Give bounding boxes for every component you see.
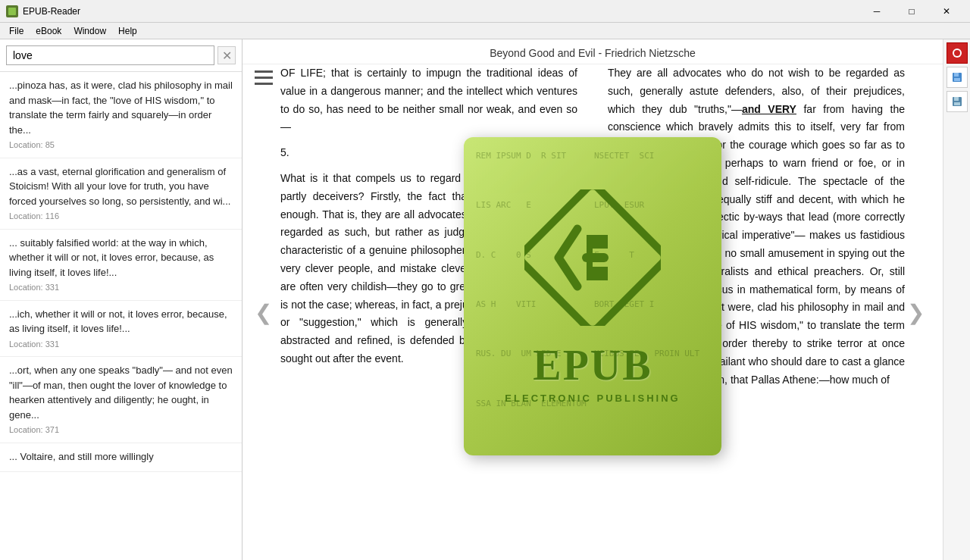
minimize-button[interactable]: ─ <box>859 0 894 23</box>
svg-rect-10 <box>954 78 960 81</box>
result-location-1: Location: 116 <box>9 210 233 223</box>
result-location-4: Location: 371 <box>9 424 233 436</box>
save-blue-button[interactable] <box>947 67 968 88</box>
next-page-button[interactable]: ❯ <box>901 294 931 331</box>
title-bar-left: EPUB-Reader <box>6 5 80 17</box>
result-item-2[interactable]: ... suitably falsified world: at the way… <box>0 230 242 301</box>
content-area: Beyond Good and Evil - Friedrich Nietzsc… <box>242 39 943 560</box>
save-button[interactable] <box>947 91 968 112</box>
svg-rect-13 <box>954 102 960 105</box>
epub-logo-overlay: REM IPSUM D R SIT NSECTET SCI LIS ARC E … <box>464 137 721 455</box>
result-text-4: ...ort, when any one speaks "badly"— and… <box>9 363 233 422</box>
right-toolbar <box>943 39 970 560</box>
result-text-0: ...pinoza has, as it were, clad his phil… <box>9 78 233 137</box>
svg-rect-1 <box>255 70 273 73</box>
app-icon <box>6 5 18 17</box>
result-item-4[interactable]: ...ort, when any one speaks "badly"— and… <box>0 357 242 443</box>
menu-help[interactable]: Help <box>112 24 143 38</box>
epub-big-text: EPUB <box>505 341 680 389</box>
main-container: ✕ ...pinoza has, as it were, clad his ph… <box>0 39 970 560</box>
search-clear-button[interactable]: ✕ <box>217 46 236 64</box>
svg-point-7 <box>954 50 960 56</box>
close-button[interactable]: ✕ <box>929 0 964 23</box>
svg-rect-0 <box>8 8 16 15</box>
menu-file[interactable]: File <box>3 24 30 38</box>
search-input[interactable] <box>6 45 214 65</box>
result-location-3: Location: 331 <box>9 338 233 351</box>
menu-bar: File eBook Window Help <box>0 23 970 39</box>
sidebar: ✕ ...pinoza has, as it were, clad his ph… <box>0 39 242 560</box>
result-item-1[interactable]: ...as a vast, eternal glorification and … <box>0 158 242 230</box>
record-button[interactable] <box>947 42 968 64</box>
svg-rect-12 <box>954 97 959 101</box>
result-item-3[interactable]: ...ich, whether it will or not, it loves… <box>0 301 242 358</box>
title-bar: EPUB-Reader ─ □ ✕ <box>0 0 970 23</box>
svg-rect-3 <box>255 83 273 85</box>
app-title: EPUB-Reader <box>23 6 80 17</box>
reader-body: ❮ OF LIFE; that is certainly to impugn t… <box>242 64 943 560</box>
result-item-0[interactable]: ...pinoza has, as it were, clad his phil… <box>0 72 242 158</box>
result-location-0: Location: 85 <box>9 139 233 152</box>
result-text-5: ... Voltaire, and still more willingly <box>9 449 233 465</box>
svg-rect-2 <box>255 77 273 79</box>
result-text-3: ...ich, whether it will or not, it loves… <box>9 307 233 336</box>
result-text-1: ...as a vast, eternal glorification and … <box>9 164 233 209</box>
maximize-button[interactable]: □ <box>894 0 929 23</box>
epub-diamond-icon <box>524 189 661 326</box>
window-controls: ─ □ ✕ <box>859 0 964 23</box>
result-text-2: ... suitably falsified world: at the way… <box>9 236 233 280</box>
search-results: ...pinoza has, as it were, clad his phil… <box>0 72 242 560</box>
epub-sub-text: ELECTRONIC PUBLISHING <box>505 393 680 404</box>
search-bar: ✕ <box>0 39 242 72</box>
hamburger-menu[interactable] <box>255 70 273 89</box>
svg-rect-9 <box>954 73 959 77</box>
left-para-0: OF LIFE; that is certainly to impugn the… <box>280 64 577 136</box>
prev-page-button[interactable]: ❮ <box>249 294 278 331</box>
result-item-5[interactable]: ... Voltaire, and still more willingly <box>0 443 242 473</box>
result-location-2: Location: 331 <box>9 281 233 294</box>
very-highlight: and VERY <box>742 103 796 115</box>
menu-ebook[interactable]: eBook <box>30 24 67 38</box>
menu-window[interactable]: Window <box>67 24 112 38</box>
epub-card: REM IPSUM D R SIT NSECTET SCI LIS ARC E … <box>464 137 721 455</box>
book-title: Beyond Good and Evil - Friedrich Nietzsc… <box>242 39 943 64</box>
epub-text-block: EPUB ELECTRONIC PUBLISHING <box>505 341 680 404</box>
